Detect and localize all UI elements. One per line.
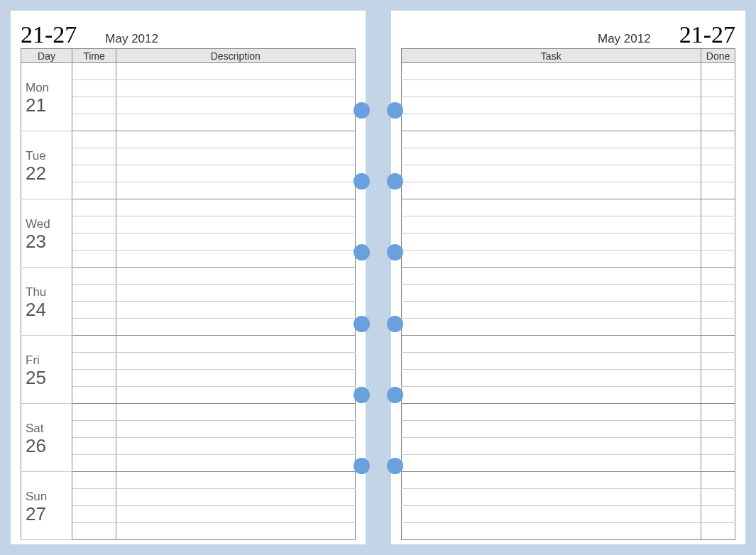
done-cell[interactable] (701, 233, 735, 251)
done-cell[interactable] (701, 404, 735, 421)
time-cell[interactable] (72, 148, 116, 165)
task-cell[interactable] (401, 216, 701, 233)
time-cell[interactable] (72, 353, 116, 370)
task-cell[interactable] (401, 251, 701, 268)
done-cell[interactable] (701, 268, 735, 285)
description-cell[interactable] (116, 80, 356, 97)
task-row[interactable] (401, 97, 735, 114)
task-cell[interactable] (401, 455, 701, 472)
schedule-row[interactable]: Tue22 (21, 131, 356, 148)
time-cell[interactable] (72, 216, 116, 233)
schedule-row[interactable]: Fri25 (21, 336, 356, 353)
task-row[interactable] (401, 438, 735, 455)
description-cell[interactable] (116, 131, 356, 148)
description-cell[interactable] (116, 336, 356, 353)
description-cell[interactable] (116, 455, 356, 472)
description-cell[interactable] (116, 182, 356, 199)
done-cell[interactable] (701, 302, 735, 319)
description-cell[interactable] (116, 489, 356, 506)
done-cell[interactable] (701, 199, 735, 216)
time-cell[interactable] (72, 302, 116, 319)
schedule-row[interactable]: Sun27 (21, 472, 356, 489)
done-cell[interactable] (701, 472, 735, 489)
task-row[interactable] (401, 199, 735, 216)
done-cell[interactable] (701, 421, 735, 438)
done-cell[interactable] (701, 114, 735, 131)
task-cell[interactable] (401, 370, 701, 387)
task-row[interactable] (401, 489, 735, 506)
task-cell[interactable] (401, 387, 701, 404)
description-cell[interactable] (116, 251, 356, 268)
task-cell[interactable] (401, 63, 701, 80)
done-cell[interactable] (701, 216, 735, 233)
time-cell[interactable] (72, 370, 116, 387)
description-cell[interactable] (116, 421, 356, 438)
time-cell[interactable] (72, 165, 116, 182)
task-row[interactable] (401, 387, 735, 404)
done-cell[interactable] (701, 336, 735, 353)
done-cell[interactable] (701, 182, 735, 199)
time-cell[interactable] (72, 404, 116, 421)
description-cell[interactable] (116, 63, 356, 80)
done-cell[interactable] (701, 131, 735, 148)
done-cell[interactable] (701, 285, 735, 302)
done-cell[interactable] (701, 80, 735, 97)
task-cell[interactable] (401, 336, 701, 353)
time-cell[interactable] (72, 319, 116, 336)
task-cell[interactable] (401, 285, 701, 302)
task-cell[interactable] (401, 421, 701, 438)
description-cell[interactable] (116, 387, 356, 404)
description-cell[interactable] (116, 438, 356, 455)
time-cell[interactable] (72, 268, 116, 285)
done-cell[interactable] (701, 63, 735, 80)
time-cell[interactable] (72, 472, 116, 489)
task-row[interactable] (401, 63, 735, 80)
time-cell[interactable] (72, 114, 116, 131)
description-cell[interactable] (116, 199, 356, 216)
done-cell[interactable] (701, 97, 735, 114)
time-cell[interactable] (72, 285, 116, 302)
time-cell[interactable] (72, 131, 116, 148)
task-cell[interactable] (401, 506, 701, 523)
description-cell[interactable] (116, 268, 356, 285)
task-row[interactable] (401, 523, 735, 540)
schedule-row[interactable]: Thu24 (21, 268, 356, 285)
time-cell[interactable] (72, 199, 116, 216)
task-cell[interactable] (401, 114, 701, 131)
done-cell[interactable] (701, 506, 735, 523)
description-cell[interactable] (116, 97, 356, 114)
done-cell[interactable] (701, 523, 735, 540)
done-cell[interactable] (701, 353, 735, 370)
task-row[interactable] (401, 404, 735, 421)
done-cell[interactable] (701, 387, 735, 404)
task-cell[interactable] (401, 472, 701, 489)
task-row[interactable] (401, 506, 735, 523)
task-cell[interactable] (401, 268, 701, 285)
schedule-row[interactable]: Wed23 (21, 199, 356, 216)
task-cell[interactable] (401, 404, 701, 421)
task-row[interactable] (401, 251, 735, 268)
task-row[interactable] (401, 319, 735, 336)
description-cell[interactable] (116, 216, 356, 233)
time-cell[interactable] (72, 387, 116, 404)
time-cell[interactable] (72, 233, 116, 251)
time-cell[interactable] (72, 489, 116, 506)
task-row[interactable] (401, 233, 735, 251)
description-cell[interactable] (116, 165, 356, 182)
description-cell[interactable] (116, 370, 356, 387)
done-cell[interactable] (701, 165, 735, 182)
description-cell[interactable] (116, 148, 356, 165)
time-cell[interactable] (72, 336, 116, 353)
task-cell[interactable] (401, 148, 701, 165)
description-cell[interactable] (116, 404, 356, 421)
done-cell[interactable] (701, 489, 735, 506)
task-cell[interactable] (401, 97, 701, 114)
description-cell[interactable] (116, 285, 356, 302)
time-cell[interactable] (72, 438, 116, 455)
description-cell[interactable] (116, 233, 356, 251)
task-cell[interactable] (401, 199, 701, 216)
time-cell[interactable] (72, 97, 116, 114)
task-row[interactable] (401, 285, 735, 302)
task-row[interactable] (401, 80, 735, 97)
done-cell[interactable] (701, 148, 735, 165)
